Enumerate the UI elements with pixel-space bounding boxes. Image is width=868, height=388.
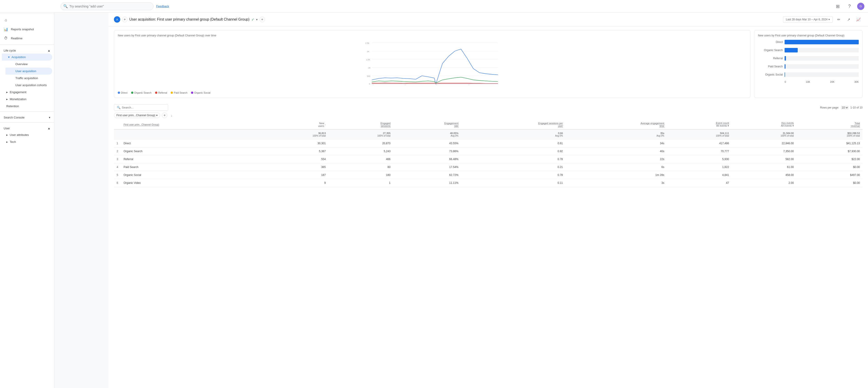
bar-item-paid-search: Paid Search: [758, 64, 859, 69]
col-event-count[interactable]: Event count All events ▾: [667, 120, 732, 129]
cell-total-revenue: $7,930.00: [797, 147, 863, 155]
cell-engaged-sessions: 466: [329, 155, 393, 163]
legend-direct: Direct: [118, 91, 127, 94]
sidebar-item-user-acquisition-cohorts[interactable]: User acquisition cohorts: [5, 82, 52, 89]
sidebar: Analytics All accounts ▾ ⌂ 📊 Reports sna…: [0, 0, 54, 388]
help-icon[interactable]: ?: [845, 2, 854, 10]
cell-engaged-sessions-per-user: 0.78: [461, 171, 565, 179]
col-new-users[interactable]: Newusers ↓: [264, 120, 329, 129]
breadcrumb-letter: A: [114, 16, 120, 23]
topbar-right: ⊞ ? G: [834, 2, 864, 10]
col-new-users-label: Newusers: [318, 122, 324, 127]
share-icon[interactable]: ↗: [844, 16, 852, 24]
col-avg-engagement-time[interactable]: Average engagementtime: [565, 120, 667, 129]
totals-event-count: 504,111 100% of total: [667, 129, 732, 140]
cell-new-users: 9: [264, 179, 329, 187]
svg-text:17: 17: [404, 84, 406, 85]
cell-engaged-sessions: 20,870: [329, 140, 393, 147]
search-input[interactable]: [61, 2, 153, 10]
svg-text:1.5K: 1.5K: [366, 59, 370, 61]
svg-text:31: 31: [468, 84, 470, 85]
sidebar-item-traffic-acquisition[interactable]: Traffic acquisition: [5, 74, 52, 82]
date-range-label: Last 28 days: [786, 18, 801, 21]
table-search-input[interactable]: [122, 106, 165, 109]
sidebar-item-monetization[interactable]: ▸ Monetization: [0, 96, 52, 103]
sidebar-item-home[interactable]: ⌂: [0, 16, 52, 25]
edit-report-icon[interactable]: ✏: [835, 16, 843, 24]
apps-icon[interactable]: ⊞: [834, 2, 842, 10]
col-key-events-sub[interactable]: All events ▾: [781, 124, 794, 127]
cell-channel: Organic Video: [121, 179, 264, 187]
col-engagement-rate[interactable]: Engagementrate: [393, 120, 461, 129]
bar-fill-organic-social: [784, 72, 785, 77]
sidebar-item-user-attributes[interactable]: ▸ User attributes: [0, 131, 52, 138]
line-chart-area: 0 500 1K 1.5K 2K 2.5K: [118, 40, 747, 90]
table-row: 5 Organic Social 187 180 62.72% 0.78 1m …: [114, 171, 863, 179]
traffic-acquisition-label: Traffic acquisition: [16, 77, 38, 80]
cell-channel: Direct: [121, 140, 264, 147]
page-header: A + User acquisition: First user primary…: [108, 13, 868, 26]
cell-event-count: 47: [667, 179, 732, 187]
sidebar-item-realtime[interactable]: ⏱ Realtime: [0, 34, 52, 43]
acquisition-label: Acquisition: [11, 55, 26, 59]
rows-per-page-select[interactable]: 10 25 50: [841, 106, 848, 110]
cell-total-revenue: $22.00: [797, 155, 863, 163]
filter-chip-channel-group[interactable]: First user prim...Channel Group) ▾: [114, 113, 160, 118]
page-status-icon: ✓: [251, 18, 254, 22]
svg-text:1K: 1K: [368, 67, 370, 69]
sidebar-item-acquisition[interactable]: ▾ Acquisition: [2, 54, 52, 61]
svg-text:2K: 2K: [367, 51, 369, 53]
col-engaged-sessions-per-user[interactable]: Engaged sessions peruser: [461, 120, 565, 129]
insights-icon[interactable]: 📈: [855, 16, 863, 24]
feedback-link[interactable]: Feedback: [156, 4, 169, 8]
col-channel: First user prim...Channel Group): [121, 120, 264, 129]
page-title-wrap: A + User acquisition: First user primary…: [114, 16, 781, 23]
legend-organic-search: Organic Search: [131, 91, 151, 94]
col-engaged-sessions-per-user-label: Engaged sessions peruser: [538, 122, 563, 127]
user-avatar[interactable]: G: [857, 3, 864, 10]
bar-track-organic-search: [784, 48, 859, 53]
rows-per-page-label: Rows per page:: [820, 106, 839, 109]
col-event-count-sub[interactable]: All events ▾: [716, 124, 729, 127]
retention-label: Retention: [6, 105, 19, 108]
page-title-chevron[interactable]: ▾: [256, 18, 258, 21]
main-content: A + User acquisition: First user primary…: [108, 13, 868, 388]
date-range-chevron: ▾: [829, 18, 830, 21]
user-acquisition-label: User acquisition: [16, 69, 36, 73]
col-engaged-sessions[interactable]: Engagedsessions: [329, 120, 393, 129]
cell-rank: 3: [114, 155, 121, 163]
col-total-revenue[interactable]: Totalrevenue: [797, 120, 863, 129]
table-row: 3 Referral 554 466 66.48% 0.78 22s 5,930…: [114, 155, 863, 163]
sidebar-item-user-acquisition[interactable]: User acquisition: [5, 68, 52, 74]
col-key-events[interactable]: Key events All events ▾: [732, 120, 796, 129]
sidebar-item-tech[interactable]: ▸ Tech: [0, 138, 52, 145]
tech-bullet: ▸: [6, 140, 8, 144]
sidebar-item-engagement[interactable]: ▸ Engagement: [0, 89, 52, 96]
sidebar-item-overview[interactable]: Overview: [5, 61, 52, 68]
add-filter-button[interactable]: +: [162, 113, 167, 118]
legend-label-direct: Direct: [121, 91, 127, 94]
monetization-label: Monetization: [10, 97, 26, 101]
filter-row: First user prim...Channel Group) ▾ + ↓: [114, 113, 863, 118]
search-wrap: 🔍 Feedback: [61, 2, 169, 10]
add-comparison-button[interactable]: +: [122, 17, 127, 22]
svg-text:0: 0: [369, 83, 370, 85]
totals-engaged-sessions: 27,355 100% of total: [329, 129, 393, 140]
sidebar-section-search-console[interactable]: Search Console ▾: [0, 114, 54, 121]
cell-channel: Paid Search: [121, 163, 264, 171]
cell-engagement-rate: 43.55%: [393, 140, 461, 147]
sidebar-section-user[interactable]: User ▲: [0, 124, 54, 131]
date-range-picker[interactable]: Last 28 days Mar 10 – Apr 6, 2024 ▾: [783, 16, 833, 23]
user-attributes-bullet: ▸: [6, 133, 8, 137]
sidebar-section-lifecycle[interactable]: Life cycle ▲: [0, 47, 54, 54]
sidebar-item-retention[interactable]: Retention: [0, 103, 52, 110]
bar-track-paid-search: [784, 64, 859, 69]
lifecycle-label: Life cycle: [4, 49, 16, 52]
totals-total-revenue: $50,288.53 100% of total: [797, 129, 863, 140]
add-page-action[interactable]: +: [259, 17, 265, 22]
sidebar-item-reports-snapshot[interactable]: 📊 Reports snapshot: [0, 25, 52, 34]
sort-down-icon[interactable]: ↓: [171, 114, 173, 117]
totals-key-events: 31,584.00 100% of total: [732, 129, 796, 140]
cell-avg-engagement-time: 6s: [565, 163, 667, 171]
topbar: 🔍 Feedback ⊞ ? G: [0, 0, 868, 13]
